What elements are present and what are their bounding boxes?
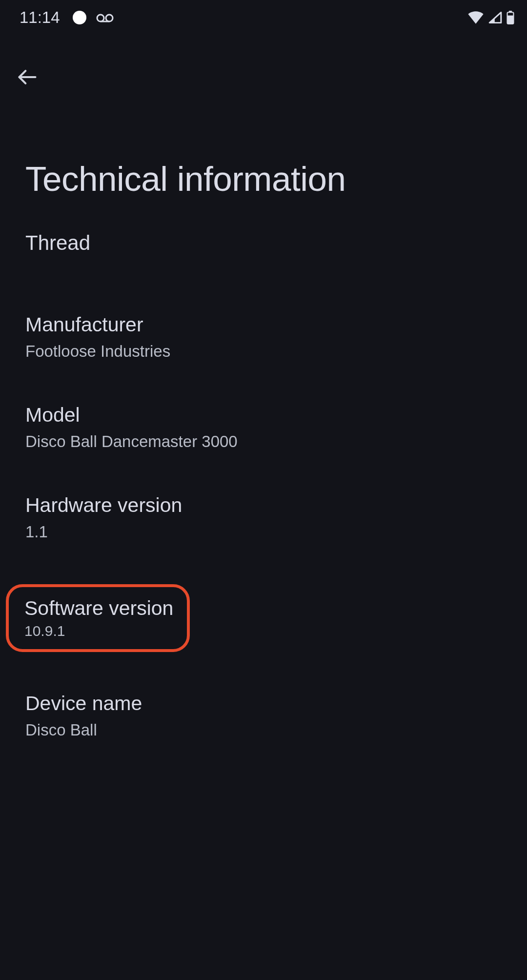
info-label: Hardware version: [25, 494, 502, 517]
svg-point-1: [106, 15, 113, 21]
info-device-name[interactable]: Device name Disco Ball: [25, 692, 502, 739]
svg-rect-5: [507, 16, 514, 24]
page-title: Technical information: [25, 159, 502, 199]
battery-icon: [507, 11, 514, 24]
info-value: Disco Ball Dancemaster 3000: [25, 432, 502, 451]
toolbar: [0, 34, 527, 97]
info-hardware-version[interactable]: Hardware version 1.1: [25, 494, 502, 541]
info-label: Manufacturer: [25, 313, 502, 336]
info-value: 10.9.1: [24, 623, 173, 639]
info-label: Device name: [25, 692, 502, 715]
wifi-icon: [467, 11, 484, 24]
voicemail-icon: [96, 9, 114, 26]
status-time: 11:14: [20, 8, 60, 27]
cell-signal-icon: [488, 11, 503, 24]
section-header: Thread: [25, 231, 502, 255]
info-label: Software version: [24, 597, 173, 620]
info-value: Disco Ball: [25, 721, 502, 739]
highlight-software-version[interactable]: Software version 10.9.1: [6, 584, 190, 652]
content: Technical information Thread Manufacture…: [0, 159, 527, 739]
info-model[interactable]: Model Disco Ball Dancemaster 3000: [25, 404, 502, 451]
svg-point-0: [97, 15, 104, 21]
arrow-left-icon: [17, 66, 38, 88]
back-button[interactable]: [14, 63, 41, 91]
info-value: Footloose Industries: [25, 342, 502, 361]
status-bar: 11:14: [0, 0, 527, 34]
info-label: Model: [25, 404, 502, 427]
info-manufacturer[interactable]: Manufacturer Footloose Industries: [25, 313, 502, 361]
status-bar-left: 11:14: [20, 8, 114, 27]
info-value: 1.1: [25, 523, 502, 541]
status-bar-right: [467, 11, 514, 24]
record-dot-icon: [73, 11, 86, 24]
